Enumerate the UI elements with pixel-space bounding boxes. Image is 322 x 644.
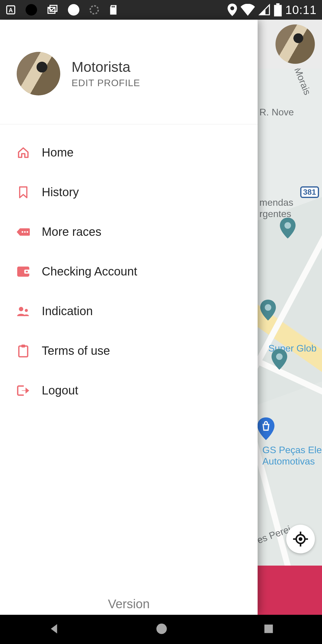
svg-text:A: A [9, 7, 13, 13]
menu-item-label: More races [42, 225, 101, 239]
crosshair-icon [293, 532, 308, 547]
clipboard-icon [17, 344, 30, 357]
map-pin-icon [260, 300, 276, 321]
profile-name: Motorista [72, 59, 140, 75]
menu-item-label: Logout [42, 384, 78, 397]
recent-apps-button[interactable] [263, 623, 274, 636]
status-bar: A 10:11 [0, 0, 322, 20]
menu-item-label: Checking Account [42, 265, 137, 278]
map-label-r-nove: R. Nove [259, 107, 294, 118]
svg-rect-31 [21, 344, 25, 347]
menu-item-checking-account[interactable]: Checking Account [0, 252, 258, 291]
svg-rect-33 [264, 625, 273, 633]
svg-rect-12 [276, 3, 279, 5]
svg-point-29 [25, 309, 28, 312]
svg-rect-8 [113, 6, 114, 7]
svg-rect-9 [114, 6, 115, 7]
svg-rect-27 [26, 271, 28, 272]
bookmark-icon [17, 186, 30, 199]
back-button[interactable] [48, 623, 60, 636]
menu-item-logout[interactable]: Logout [0, 371, 258, 410]
menu-item-label: Home [42, 146, 74, 159]
home-icon [17, 146, 30, 159]
svg-point-23 [24, 231, 26, 233]
map-label-gs-pecas: GS Peças Ele Automotivas [262, 444, 322, 467]
svg-point-13 [284, 222, 291, 229]
location-icon [227, 4, 237, 16]
status-time: 10:11 [285, 3, 317, 17]
drawer-version-label: Version [0, 593, 258, 615]
svg-point-32 [156, 624, 167, 634]
map-label-encomendas: mendas rgentes [259, 197, 293, 220]
menu-item-indication[interactable]: Indication [0, 291, 258, 331]
menu-item-label: Terms of use [42, 344, 110, 357]
svg-rect-7 [112, 6, 113, 7]
menu-item-terms[interactable]: Terms of use [0, 331, 258, 371]
svg-point-17 [299, 537, 303, 541]
svg-point-28 [19, 307, 23, 311]
cellular-icon [258, 4, 270, 16]
people-icon [17, 305, 30, 318]
svg-point-5 [68, 4, 80, 16]
menu-item-more-races[interactable]: More races [0, 212, 258, 252]
svg-point-24 [27, 231, 28, 233]
map-pin-icon [271, 349, 287, 370]
battery-icon [274, 3, 282, 16]
logout-icon [17, 384, 30, 397]
svg-point-10 [230, 6, 234, 10]
svg-point-6 [90, 6, 98, 14]
profile-avatar [17, 52, 60, 95]
menu-item-label: History [42, 185, 79, 199]
status-right-icons: 10:11 [227, 3, 317, 17]
mail-icon [47, 4, 58, 16]
sd-card-icon [109, 4, 118, 16]
status-left-icons: A [5, 4, 118, 16]
more-tag-icon [17, 225, 30, 239]
svg-rect-11 [274, 5, 282, 17]
route-badge-381: 381 [300, 186, 319, 198]
map-pin-icon [280, 218, 296, 239]
header-avatar[interactable] [275, 24, 315, 64]
drawer-menu: Home History More races Checking Account [0, 124, 258, 410]
menu-item-home[interactable]: Home [0, 133, 258, 172]
svg-rect-30 [19, 346, 28, 357]
wallet-icon [17, 265, 30, 278]
svg-point-14 [265, 304, 271, 311]
svg-point-2 [26, 4, 37, 16]
map-pin-shopping-icon [257, 417, 275, 440]
sync-icon [89, 4, 100, 15]
svg-point-15 [276, 353, 283, 360]
home-button[interactable] [155, 623, 168, 636]
my-location-button[interactable] [286, 525, 315, 553]
dot-icon [67, 4, 80, 16]
navigation-drawer: Motorista EDIT PROFILE Home History More… [0, 20, 258, 615]
drawer-profile-header[interactable]: Motorista EDIT PROFILE [0, 20, 258, 124]
menu-item-history[interactable]: History [0, 172, 258, 212]
wifi-icon [241, 4, 255, 16]
system-nav-bar [0, 615, 322, 644]
map-label-osorio: R. Osório de Morais [271, 69, 313, 97]
svg-point-22 [22, 231, 24, 233]
keyboard-icon: A [5, 4, 16, 15]
edit-profile-link[interactable]: EDIT PROFILE [72, 78, 140, 89]
menu-item-label: Indication [42, 304, 93, 318]
dot-icon [25, 4, 38, 16]
